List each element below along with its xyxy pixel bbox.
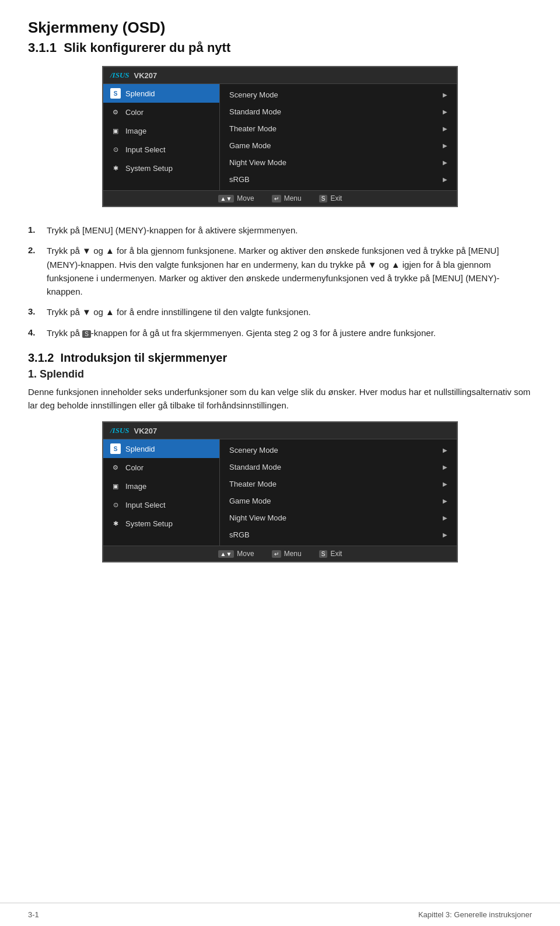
osd-left-menu-top: S Splendid ⚙ Color ▣ Image ⊙ Input Selec… <box>103 84 220 190</box>
asus-logo-top: /ISUS <box>110 71 130 80</box>
footer-exit-bottom: S Exit <box>319 550 342 558</box>
osd-right-standard-bottom: Standard Mode ▶ <box>220 459 457 476</box>
arrow-icon: ▶ <box>443 159 447 166</box>
osd-right-scenery-bottom: Scenery Mode ▶ <box>220 442 457 459</box>
exit-icon-top: S <box>319 195 328 202</box>
step-2-text: Trykk på ▼ og ▲ for å bla gjennom funksj… <box>47 244 532 298</box>
osd-menu-splendid-bottom: S Splendid <box>103 439 219 458</box>
step-3: 3. Trykk på ▼ og ▲ for å endre innstilli… <box>28 305 532 319</box>
section-header: Skjermmeny (OSD) 3.1.1 Slik konfigurerer… <box>28 19 532 55</box>
step-1-text: Trykk på [MENU] (MENY)-knappen for å akt… <box>47 223 532 237</box>
s-button-icon: S <box>82 330 91 338</box>
osd-right-standard-top: Standard Mode ▶ <box>220 103 457 120</box>
move-icon-top: ▲▼ <box>218 195 235 202</box>
footer-chapter: Kapittel 3: Generelle instruksjoner <box>418 910 532 919</box>
menu-icon-bottom: ↵ <box>272 550 281 558</box>
osd-menu-splendid-top: S Splendid <box>103 84 219 103</box>
color-icon-top: ⚙ <box>110 107 121 117</box>
step-1-num: 1. <box>28 223 41 237</box>
step-2: 2. Trykk på ▼ og ▲ for å bla gjennom fun… <box>28 244 532 298</box>
image-icon-top: ▣ <box>110 125 121 136</box>
osd-menu-system-top: ✱ System Setup <box>103 159 219 177</box>
footer-menu-bottom: ↵ Menu <box>272 550 302 558</box>
osd-right-nightview-top: Night View Mode ▶ <box>220 154 457 171</box>
osd-right-scenery-top: Scenery Mode ▶ <box>220 86 457 103</box>
osd-header-top: /ISUS VK207 <box>103 67 457 84</box>
step-4: 4. Trykk på S-knappen for å gå ut fra sk… <box>28 326 532 340</box>
arrow-icon: ▶ <box>443 464 447 470</box>
color-icon-bottom: ⚙ <box>110 462 121 473</box>
steps-list: 1. Trykk på [MENU] (MENY)-knappen for å … <box>28 223 532 340</box>
arrow-icon: ▶ <box>443 109 447 115</box>
step-3-num: 3. <box>28 305 41 319</box>
footer-move-top: ▲▼ Move <box>218 194 254 202</box>
osd-right-game-top: Game Mode ▶ <box>220 137 457 154</box>
exit-icon-bottom: S <box>319 550 328 558</box>
osd-menu-image-top: ▣ Image <box>103 121 219 140</box>
osd-menu-image-bottom: ▣ Image <box>103 477 219 495</box>
osd-right-srgb-top: sRGB ▶ <box>220 171 457 188</box>
osd-model-top: VK207 <box>134 71 158 80</box>
osd-right-srgb-bottom: sRGB ▶ <box>220 526 457 543</box>
arrow-icon: ▶ <box>443 515 447 521</box>
osd-menu-color-top: ⚙ Color <box>103 103 219 121</box>
step-1: 1. Trykk på [MENU] (MENY)-knappen for å … <box>28 223 532 237</box>
arrow-icon: ▶ <box>443 125 447 132</box>
step-4-num: 4. <box>28 326 41 340</box>
arrow-icon: ▶ <box>443 447 447 453</box>
splendid-text: Denne funksjonen inneholder seks underfu… <box>28 385 532 413</box>
osd-right-theater-top: Theater Mode ▶ <box>220 120 457 137</box>
splendid-icon-top: S <box>110 88 121 99</box>
section-312-title: 3.1.2 Introduksjon til skjermmenyer <box>28 351 532 365</box>
input-icon-bottom: ⊙ <box>110 499 121 510</box>
footer-move-bottom: ▲▼ Move <box>218 550 254 558</box>
osd-body-bottom: S Splendid ⚙ Color ▣ Image ⊙ Input Selec… <box>103 439 457 546</box>
osd-body-top: S Splendid ⚙ Color ▣ Image ⊙ Input Selec… <box>103 84 457 190</box>
osd-model-bottom: VK207 <box>134 427 158 435</box>
osd-menu-color-bottom: ⚙ Color <box>103 458 219 477</box>
splendid-heading: 1. Splendid <box>28 368 532 380</box>
osd-right-theater-bottom: Theater Mode ▶ <box>220 476 457 492</box>
osd-left-menu-bottom: S Splendid ⚙ Color ▣ Image ⊙ Input Selec… <box>103 439 220 546</box>
osd-header-bottom: /ISUS VK207 <box>103 422 457 439</box>
step-4-text: Trykk på S-knappen for å gå ut fra skjer… <box>47 326 532 340</box>
arrow-icon: ▶ <box>443 481 447 487</box>
step-2-num: 2. <box>28 244 41 298</box>
osd-right-nightview-bottom: Night View Mode ▶ <box>220 509 457 526</box>
system-icon-top: ✱ <box>110 163 121 173</box>
osd-menu-input-top: ⊙ Input Select <box>103 140 219 159</box>
osd-footer-bottom: ▲▼ Move ↵ Menu S Exit <box>103 546 457 561</box>
page: Skjermmeny (OSD) 3.1.1 Slik konfigurerer… <box>0 0 560 614</box>
step-3-text: Trykk på ▼ og ▲ for å endre innstillinge… <box>47 305 532 319</box>
arrow-icon: ▶ <box>443 176 447 183</box>
footer-exit-top: S Exit <box>319 194 342 202</box>
osd-menu-input-bottom: ⊙ Input Select <box>103 495 219 514</box>
arrow-icon: ▶ <box>443 498 447 504</box>
arrow-icon: ▶ <box>443 532 447 538</box>
osd-menu-system-bottom: ✱ System Setup <box>103 514 219 533</box>
osd-right-menu-top: Scenery Mode ▶ Standard Mode ▶ Theater M… <box>220 84 457 190</box>
image-icon-bottom: ▣ <box>110 481 121 491</box>
input-icon-top: ⊙ <box>110 144 121 155</box>
footer-menu-top: ↵ Menu <box>272 194 302 202</box>
osd-right-menu-bottom: Scenery Mode ▶ Standard Mode ▶ Theater M… <box>220 439 457 546</box>
section-title: Skjermmeny (OSD) <box>28 19 532 37</box>
subsection-title: 3.1.1 Slik konfigurerer du på nytt <box>28 40 532 55</box>
osd-footer-top: ▲▼ Move ↵ Menu S Exit <box>103 190 457 206</box>
arrow-icon: ▶ <box>443 142 447 149</box>
footer-page-number: 3-1 <box>28 910 418 919</box>
arrow-icon: ▶ <box>443 92 447 98</box>
osd-screenshot-top: /ISUS VK207 S Splendid ⚙ Color ▣ Image ⊙ <box>102 66 458 207</box>
system-icon-bottom: ✱ <box>110 518 121 529</box>
splendid-icon-bottom: S <box>110 443 121 454</box>
move-icon-bottom: ▲▼ <box>218 550 235 558</box>
osd-right-game-bottom: Game Mode ▶ <box>220 492 457 509</box>
menu-icon-top: ↵ <box>272 195 281 202</box>
asus-logo-bottom: /ISUS <box>110 426 130 435</box>
page-footer: 3-1 Kapittel 3: Generelle instruksjoner <box>0 903 560 926</box>
osd-screenshot-bottom: /ISUS VK207 S Splendid ⚙ Color ▣ Image ⊙ <box>102 421 458 562</box>
